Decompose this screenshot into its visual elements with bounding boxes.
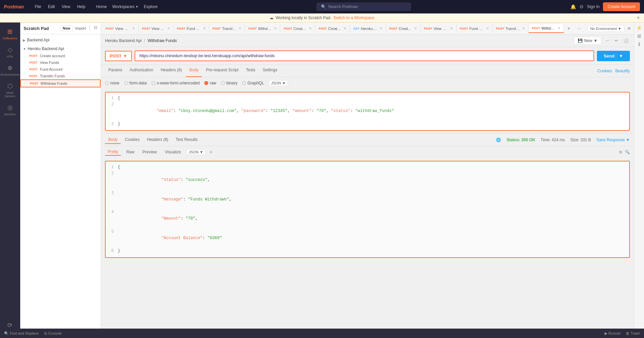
panel-more-icon[interactable]: ⋮: [88, 25, 92, 31]
resp-body-tab-pretty[interactable]: Pretty: [105, 148, 121, 156]
tab-4[interactable]: POST Withdra... ✕: [245, 25, 280, 33]
nav-workspaces[interactable]: Workspaces▼: [112, 4, 139, 9]
resp-tab-cookies[interactable]: Cookies: [121, 136, 143, 144]
save-button[interactable]: 💾 New ▼: [574, 37, 601, 45]
body-type-graphql[interactable]: GraphQL: [242, 81, 264, 85]
settings-icon[interactable]: ⚙: [579, 4, 584, 9]
beautify-link[interactable]: Beautify: [615, 65, 630, 77]
tab-close-10[interactable]: ✕: [486, 27, 489, 30]
tab-6[interactable]: POST Create ... ✕: [315, 25, 350, 33]
save-response-button[interactable]: Save Response ▼: [596, 138, 630, 142]
env-settings-icon[interactable]: 👁: [627, 26, 631, 31]
find-replace-btn[interactable]: 🔍 Find and Replace: [4, 331, 39, 336]
response-json-selector[interactable]: JSON ▼: [186, 149, 206, 155]
req-tab-settings[interactable]: Settings: [259, 65, 281, 77]
edit-icon[interactable]: ✏: [613, 37, 619, 44]
tab-1[interactable]: POST View Sr... ✕: [139, 25, 174, 33]
tab-2[interactable]: POST Fund Sr... ✕: [174, 25, 209, 33]
import-button[interactable]: Import: [75, 25, 86, 31]
collection-item-fund-account[interactable]: POST Fund Account: [20, 66, 101, 73]
right-icon-2[interactable]: ⊞: [637, 33, 641, 39]
method-selector[interactable]: POST ▼: [105, 51, 132, 61]
resp-tab-headers[interactable]: Headers (8): [144, 136, 172, 144]
right-icon-1[interactable]: ⚡: [636, 25, 642, 31]
body-type-raw[interactable]: raw: [204, 81, 216, 85]
body-type-binary[interactable]: binary: [221, 81, 238, 85]
menu-edit[interactable]: Edit: [45, 3, 58, 10]
send-button[interactable]: Send ▼: [597, 51, 630, 61]
sidebar-item-environments[interactable]: ⊕ Environments: [0, 62, 20, 79]
resp-tab-test-results[interactable]: Test Results: [172, 136, 201, 144]
cookies-link[interactable]: Cookies: [597, 65, 612, 77]
collection-header-backend-api[interactable]: Backend Api: [20, 36, 101, 44]
copy-response-icon[interactable]: ⧉: [619, 150, 622, 154]
tab-close-0[interactable]: ✕: [132, 27, 135, 30]
tab-9[interactable]: POST View Fu... ✕: [421, 25, 457, 33]
new-tab-button[interactable]: +: [564, 26, 574, 32]
switch-workspace-link[interactable]: Switch to a Workspace: [333, 15, 374, 20]
tab-10[interactable]: POST Fund Ac... ✕: [457, 25, 493, 33]
more-options-button[interactable]: ⋯: [604, 37, 611, 44]
req-tab-params[interactable]: Params: [105, 65, 126, 77]
create-account-button[interactable]: Create Account: [603, 2, 640, 11]
right-icon-3[interactable]: ℹ: [638, 41, 640, 47]
tab-close-6[interactable]: ✕: [344, 27, 346, 30]
tab-close-9[interactable]: ✕: [450, 27, 453, 30]
tab-close-8[interactable]: ✕: [414, 27, 417, 30]
body-type-form-data[interactable]: form-data: [124, 81, 147, 85]
req-tab-authorization[interactable]: Authorization: [126, 65, 156, 77]
search-bar[interactable]: 🔍 Search Postman: [317, 3, 411, 11]
tab-close-11[interactable]: ✕: [522, 27, 525, 30]
runner-btn[interactable]: ▶ Runner: [605, 331, 620, 336]
body-type-none[interactable]: none: [105, 81, 119, 85]
menu-help[interactable]: Help: [74, 3, 88, 10]
tab-3[interactable]: POST Transfer... ✕: [209, 25, 245, 33]
nav-home[interactable]: Home: [96, 4, 107, 9]
environment-selector[interactable]: No Environment ▼: [587, 25, 624, 32]
console-btn[interactable]: ⊟ Console: [44, 331, 62, 336]
resp-tab-body[interactable]: Body: [105, 136, 121, 144]
tab-close-1[interactable]: ✕: [167, 27, 170, 30]
notification-icon[interactable]: 🔔: [570, 4, 576, 9]
banner-close-icon[interactable]: ✕: [637, 15, 640, 20]
req-tab-tests[interactable]: Tests: [243, 65, 259, 77]
search-response-icon[interactable]: 🔍: [625, 150, 630, 154]
req-tab-body[interactable]: Body: [186, 65, 202, 77]
tab-7[interactable]: GET Heroku B... ✕: [350, 25, 386, 33]
sidebar-item-apis[interactable]: ◇ APIs: [0, 43, 20, 61]
tab-8[interactable]: POST Create ... ✕: [386, 25, 421, 33]
tab-12-active[interactable]: POST Withdra... ✕: [529, 24, 564, 33]
request-body-editor[interactable]: 1 { 2 "email": "cboy.chinedu@gmail.com",…: [105, 92, 630, 131]
tab-close-7[interactable]: ✕: [380, 27, 382, 30]
resp-body-tab-preview[interactable]: Preview: [140, 149, 159, 155]
resp-body-tab-raw[interactable]: Raw: [123, 149, 137, 155]
new-button[interactable]: New: [60, 25, 73, 31]
collection-item-withdraw-funds[interactable]: POST Withdraw Funds: [20, 79, 101, 87]
req-tab-headers[interactable]: Headers (8): [157, 65, 185, 77]
tab-close-12[interactable]: ✕: [558, 26, 560, 30]
collection-item-view-funds[interactable]: POST View Funds: [20, 59, 101, 66]
tab-5[interactable]: POST Create ... ✕: [280, 25, 315, 33]
tab-0[interactable]: POST View Co... ✕: [102, 25, 139, 33]
tab-close-2[interactable]: ✕: [203, 27, 206, 30]
menu-file[interactable]: File: [32, 3, 44, 10]
sidebar-item-monitors[interactable]: ◎ Monitors: [0, 101, 20, 119]
sidebar-item-mock-servers[interactable]: ⬡ Mock Servers: [0, 80, 20, 101]
json-type-selector[interactable]: JSON ▼: [269, 80, 288, 86]
collection-header-heroku[interactable]: Heroku Backend Api: [20, 45, 101, 52]
tab-close-3[interactable]: ✕: [239, 27, 241, 30]
share-icon[interactable]: ⬜: [622, 37, 630, 44]
panel-filter-icon[interactable]: ⊟: [94, 25, 97, 31]
tab-close-4[interactable]: ✕: [274, 27, 277, 30]
body-type-urlencoded[interactable]: x-www-form-urlencoded: [151, 81, 200, 85]
send-arrow[interactable]: ▼: [616, 53, 623, 59]
wrap-lines-icon[interactable]: ≡: [210, 150, 212, 154]
sign-in-link[interactable]: Sign In: [587, 4, 600, 9]
resp-body-tab-visualize[interactable]: Visualize: [162, 149, 184, 155]
collection-item-create-account[interactable]: POST Create account: [20, 52, 101, 59]
trash-btn[interactable]: 🗑 Trash: [626, 331, 640, 335]
tab-overflow-button[interactable]: ⋯: [574, 26, 584, 31]
menu-view[interactable]: View: [59, 3, 73, 10]
url-input[interactable]: [135, 50, 594, 61]
collection-item-transfer-funds[interactable]: POST Transfer Funds: [20, 73, 101, 79]
